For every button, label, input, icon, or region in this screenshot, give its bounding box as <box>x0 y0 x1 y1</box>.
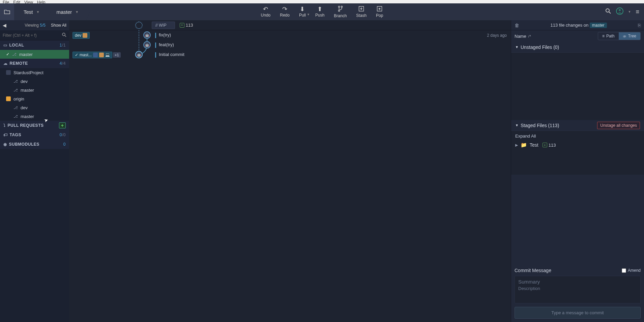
remote-name: origin <box>13 96 24 101</box>
sidebar: ◀ Viewing 5/5 Show All ▭ LOCAL 1/1 ✓ ⎇ m… <box>0 20 69 322</box>
branch-icon: ⎇ <box>13 88 18 92</box>
folder-icon: 📁 <box>521 142 527 148</box>
chevron-down-icon: ▼ <box>75 10 79 14</box>
search-icon[interactable] <box>62 33 66 38</box>
commit-row[interactable]: 🤖 feat(try) <box>69 40 511 50</box>
remote-origin-dev[interactable]: ⎇dev <box>0 103 69 112</box>
commit-message: fix(try) <box>155 32 171 38</box>
push-label: Push <box>315 13 324 18</box>
remote-stardust[interactable]: StardustProject <box>0 68 69 77</box>
local-branch-master[interactable]: ✓ ⎇ master <box>0 50 69 59</box>
branch-label-dev[interactable]: dev <box>72 32 90 39</box>
avatar-icon <box>99 53 104 57</box>
commit-message: feat(try) <box>155 42 174 48</box>
tags-section-header[interactable]: 🏷 TAGS 0/0 <box>0 130 69 140</box>
branch-name: master <box>21 88 34 93</box>
redo-label: Redo <box>280 13 290 18</box>
pull-label: Pull <box>299 13 306 18</box>
commit-node[interactable]: 🤖 <box>143 31 151 39</box>
menubar: File Edit View Help <box>0 0 644 3</box>
cloud-icon: ☁ <box>3 61 8 66</box>
push-button[interactable]: ⬆Push <box>315 6 324 18</box>
commit-row[interactable]: ✓mast...💻 +1 🤖 Initial commit <box>69 50 511 60</box>
amend-input[interactable] <box>622 268 626 273</box>
submodules-section-header[interactable]: ◉ SUBMODULES 0 <box>0 140 69 149</box>
check-icon: ✓ <box>6 52 9 57</box>
repo-crumb[interactable]: Test ▼ <box>14 3 47 20</box>
staged-header[interactable]: ▼ Staged Files (113) Unstage all changes <box>511 120 644 131</box>
tree-view-button[interactable]: ⟚Tree <box>619 32 640 40</box>
repo-manager-tab[interactable] <box>0 3 14 20</box>
show-all-button[interactable]: Show All <box>51 23 66 28</box>
commit-row[interactable]: dev 🤖 fix(try) 2 days ago <box>69 30 511 40</box>
branch-icon: ⎇ <box>13 79 18 84</box>
chevron-down-icon[interactable]: ▼ <box>307 13 310 16</box>
remote-origin-master[interactable]: ⎇master <box>0 112 69 121</box>
sort-by-name[interactable]: Name↓ᴬ <box>515 34 531 39</box>
pull-requests-section-header[interactable]: ⤵ PULL REQUESTS + <box>0 121 69 130</box>
repo-name: Test <box>24 9 33 15</box>
hamburger-icon[interactable]: ≡ <box>636 8 639 16</box>
back-icon[interactable]: ◀ <box>3 23 6 28</box>
chevron-down-icon: ▼ <box>515 45 519 49</box>
unstaged-header[interactable]: ▼Unstaged Files (0) <box>511 42 644 53</box>
remote-stardust-master[interactable]: ⎇master <box>0 86 69 94</box>
pop-button[interactable]: Pop <box>376 6 383 18</box>
commit-node[interactable]: 🤖 <box>143 41 151 49</box>
amend-checkbox[interactable]: Amend <box>622 268 641 273</box>
add-pr-button[interactable]: + <box>59 122 66 128</box>
remote-section-header[interactable]: ☁ REMOTE 4/4 <box>0 59 69 68</box>
pop-icon <box>377 6 382 12</box>
staged-title: Staged Files (113) <box>521 123 559 128</box>
topbar: Test ▼ master ▼ ↶Undo ↷Redo ⬇Pull▼ ⬆Push… <box>0 3 644 20</box>
pr-icon: ⤵ <box>3 123 6 128</box>
chevron-down-icon: ▼ <box>36 10 40 14</box>
chevron-down-icon[interactable]: ▼ <box>628 10 631 13</box>
tree-item[interactable]: ▶ 📁 Test +113 <box>515 142 640 148</box>
right-panel: 🗑 113 file changes on master ⎘ Name↓ᴬ ≡P… <box>511 20 644 322</box>
pr-title: PULL REQUESTS <box>8 123 44 128</box>
expand-all-button[interactable]: Expand All <box>515 134 640 139</box>
search-icon[interactable] <box>605 8 611 16</box>
branch-button[interactable]: Branch <box>334 6 347 18</box>
undo-label: Undo <box>261 13 271 18</box>
branch-pill: master <box>590 23 607 28</box>
trash-icon[interactable]: 🗑 <box>515 23 519 28</box>
submodule-icon: ◉ <box>3 142 7 147</box>
stash-button[interactable]: Stash <box>356 6 367 18</box>
remote-icon <box>6 70 11 75</box>
remote-origin[interactable]: origin <box>0 94 69 103</box>
svg-point-1 <box>341 6 342 7</box>
summary-input[interactable] <box>518 279 637 285</box>
commit-message-title: Commit Message <box>515 268 551 273</box>
remote-title: REMOTE <box>10 61 28 66</box>
path-view-button[interactable]: ≡Path <box>598 32 619 40</box>
profile-icon[interactable] <box>616 7 623 17</box>
svg-line-10 <box>65 35 66 37</box>
extra-refs-count[interactable]: +1 <box>113 52 121 58</box>
folder-name: Test <box>530 142 538 148</box>
stage-all-icon[interactable]: ⎘ <box>638 23 641 28</box>
undo-button[interactable]: ↶Undo <box>261 6 271 18</box>
commit-button[interactable]: Type a message to commit <box>515 307 641 319</box>
remote-stardust-dev[interactable]: ⎇dev <box>0 77 69 86</box>
wip-row[interactable]: // WIP +113 <box>69 20 511 30</box>
description-input[interactable] <box>518 286 637 299</box>
stash-icon <box>359 6 364 12</box>
commit-node[interactable]: 🤖 <box>135 51 143 58</box>
unstage-all-button[interactable]: Unstage all changes <box>597 122 640 129</box>
local-section-header[interactable]: ▭ LOCAL 1/1 <box>0 40 69 50</box>
branch-label-master[interactable]: ✓mast...💻 <box>72 52 112 58</box>
svg-point-0 <box>338 6 340 7</box>
branch-crumb[interactable]: master ▼ <box>47 3 86 20</box>
pull-button[interactable]: ⬇Pull▼ <box>299 6 306 18</box>
redo-button[interactable]: ↷Redo <box>280 6 290 18</box>
undo-icon: ↶ <box>263 6 268 12</box>
pull-icon: ⬇ <box>300 6 305 12</box>
viewing-label: Viewing 5/5 <box>25 23 46 28</box>
filter-input[interactable] <box>3 33 62 38</box>
changes-summary: 113 file changes on master <box>550 23 607 28</box>
svg-point-2 <box>338 10 340 11</box>
submodules-count: 0 <box>63 142 66 147</box>
plus-icon: + <box>543 143 547 147</box>
